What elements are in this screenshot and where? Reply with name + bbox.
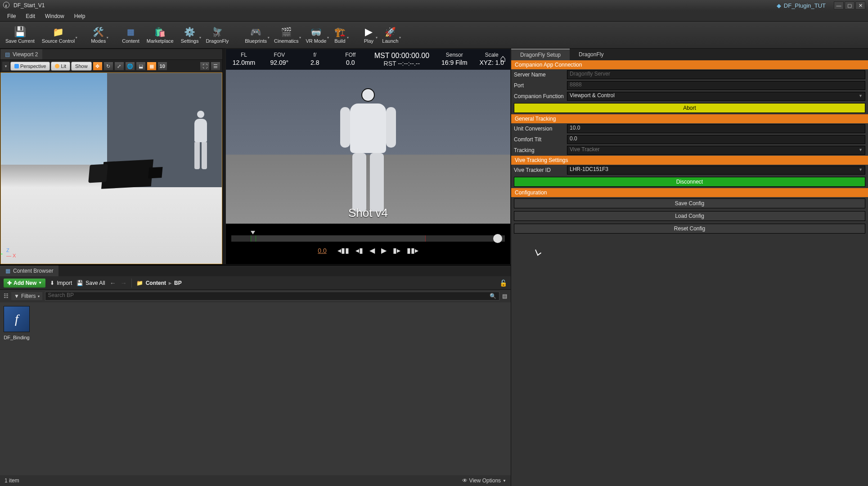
view-options-button[interactable]: 👁View Options▼ — [462, 477, 506, 484]
blueprints-button[interactable]: 🎮Blueprints — [241, 22, 270, 48]
save-all-button[interactable]: 💾Save All — [76, 280, 105, 286]
settings-button[interactable]: ⚙️Settings — [177, 22, 202, 48]
maximize-viewport-icon[interactable]: ⛶ — [200, 62, 210, 71]
play-button[interactable]: ▶Play — [359, 22, 378, 48]
menu-file[interactable]: File — [3, 12, 20, 21]
nav-forward-icon[interactable]: → — [121, 279, 127, 287]
viewport-tab[interactable]: ▤Viewport 2 — [0, 49, 42, 59]
goto-end-icon[interactable]: ▮▮▸ — [407, 246, 418, 255]
lit-button[interactable]: Lit — [51, 62, 70, 71]
gear-icon: ⚙️ — [184, 27, 195, 37]
vive-tracker-id-label: Vive Tracker ID — [514, 167, 564, 173]
funnel-icon: ▼ — [14, 293, 19, 299]
section-config-header: Configuration — [511, 188, 868, 197]
search-input[interactable]: Search BP🔍 — [45, 292, 499, 301]
viewport-tab-label: Viewport 2 — [13, 51, 38, 58]
build-button[interactable]: 🏗️Build — [330, 22, 350, 48]
viewport-3d-view[interactable]: Z•— X — [0, 72, 222, 264]
vive-tracker-id-select[interactable]: LHR-1DC151F3 — [567, 166, 865, 175]
cinematics-icon: 🎬 — [281, 27, 292, 37]
viewport-options-dropdown[interactable]: ▼ — [2, 62, 9, 71]
companion-function-select[interactable]: Viewport & Control — [567, 92, 865, 101]
tracking-label: Tracking — [514, 147, 564, 153]
perspective-button[interactable]: Perspective — [10, 62, 50, 71]
modes-icon: 🛠️ — [93, 27, 104, 37]
launch-button[interactable]: 🚀Launch — [378, 22, 402, 48]
tracking-select[interactable]: Vive Tracker — [567, 146, 865, 155]
home-icon[interactable]: ⌂ — [500, 53, 506, 64]
modes-button[interactable]: 🛠️Modes — [87, 22, 109, 48]
sources-panel-icon[interactable]: ☷ — [4, 293, 9, 299]
timeline-playhead[interactable] — [251, 231, 255, 234]
filters-button[interactable]: ▼Filters▾ — [11, 292, 42, 300]
camera-render-view[interactable]: Shot v4 — [226, 70, 510, 224]
menu-help[interactable]: Help — [70, 12, 90, 21]
show-button[interactable]: Show — [71, 62, 92, 71]
viewport-settings-icon[interactable]: ☰ — [211, 62, 220, 71]
menu-window[interactable]: Window — [40, 12, 69, 21]
unit-conversion-input[interactable]: 10.0 — [567, 124, 865, 133]
source-control-icon: 📁 — [53, 27, 64, 37]
timeline-time[interactable]: 0.0 — [318, 247, 326, 254]
menu-edit[interactable]: Edit — [21, 12, 40, 21]
globe-icon[interactable]: 🌐 — [125, 62, 135, 71]
timeline-scrub-knob[interactable] — [493, 234, 502, 243]
breadcrumb-root[interactable]: Content — [146, 280, 166, 286]
transform-rotate-icon[interactable]: ↻ — [103, 62, 113, 71]
save-config-button[interactable]: Save Config — [514, 198, 865, 208]
titlebar: DF_Start_V1 ◆ DF_Plugin_TUT — ▢ ✕ — [0, 0, 868, 11]
content-button[interactable]: ▦Content — [118, 22, 143, 48]
content-browser: ▦Content Browser ✚Add New▼ ⬇Import 💾Save… — [0, 265, 511, 486]
import-button[interactable]: ⬇Import — [50, 280, 72, 286]
plugin-tab[interactable]: ◆ DF_Plugin_TUT — [772, 1, 830, 10]
grid-snap-value[interactable]: 10 — [157, 62, 167, 71]
vr-mode-button[interactable]: 🥽VR Mode — [302, 22, 330, 48]
tab-dragonfly-setup[interactable]: DragonFly Setup — [511, 49, 570, 60]
plus-icon: ✚ — [7, 280, 12, 286]
reset-config-button[interactable]: Reset Config — [514, 224, 865, 234]
folder-icon: 📁 — [136, 280, 143, 286]
dragonfly-button[interactable]: 🪰DragonFly — [202, 22, 232, 48]
nav-back-icon[interactable]: ← — [110, 279, 116, 287]
vr-icon: 🥽 — [310, 27, 322, 37]
asset-item[interactable]: f DF_Binding — [4, 306, 30, 340]
tab-dragonfly[interactable]: DragonFly — [570, 49, 612, 60]
save-current-button[interactable]: 💾Save Current — [2, 22, 38, 48]
server-name-label: Server Name — [514, 72, 564, 78]
add-new-button[interactable]: ✚Add New▼ — [4, 279, 45, 288]
save-search-icon[interactable]: ▤ — [502, 293, 507, 299]
step-forward-icon[interactable]: ▮▸ — [393, 246, 400, 255]
play-reverse-icon[interactable]: ◀ — [369, 246, 375, 255]
window-close-button[interactable]: ✕ — [855, 1, 865, 9]
source-control-button[interactable]: 📁Source Control — [38, 22, 78, 48]
breadcrumb-leaf[interactable]: BP — [174, 280, 182, 286]
editor-viewport-panel: ▤Viewport 2 ▼ Perspective Lit Show ✥ ↻ ⤢… — [0, 49, 223, 265]
content-browser-tab[interactable]: ▦Content Browser — [0, 266, 58, 276]
lock-icon[interactable]: 🔓 — [499, 279, 507, 287]
play-icon: ▶ — [365, 26, 373, 38]
timeline-track[interactable] — [231, 235, 505, 242]
transform-scale-icon[interactable]: ⤢ — [114, 62, 124, 71]
disconnect-button[interactable]: Disconnect — [514, 177, 865, 187]
asset-grid[interactable]: f DF_Binding — [0, 302, 511, 475]
play-forward-icon[interactable]: ▶ — [381, 246, 387, 255]
port-label: Port — [514, 82, 564, 89]
window-maximize-button[interactable]: ▢ — [845, 1, 855, 9]
port-input[interactable]: 8888 — [567, 81, 865, 90]
comfort-tilt-input[interactable]: 0.0 — [567, 135, 865, 144]
load-config-button[interactable]: Load Config — [514, 211, 865, 221]
blueprint-icon: ◆ — [777, 2, 781, 9]
transform-move-icon[interactable]: ✥ — [93, 62, 103, 71]
server-name-input[interactable]: Dragonfly Server — [567, 70, 865, 79]
content-icon: ▦ — [127, 27, 135, 37]
cinematics-button[interactable]: 🎬Cinematics — [270, 22, 302, 48]
step-back-icon[interactable]: ◂▮ — [355, 246, 363, 255]
marketplace-button[interactable]: 🛍️Marketplace — [143, 22, 177, 48]
grid-snap-icon[interactable]: ▦ — [147, 62, 157, 71]
goto-start-icon[interactable]: ◂▮▮ — [337, 246, 349, 255]
abort-button[interactable]: Abort — [514, 103, 865, 113]
surface-snap-icon[interactable]: ⬓ — [136, 62, 146, 71]
window-minimize-button[interactable]: — — [834, 1, 844, 9]
dragonfly-icon: 🪰 — [211, 27, 223, 37]
marketplace-icon: 🛍️ — [154, 27, 166, 37]
